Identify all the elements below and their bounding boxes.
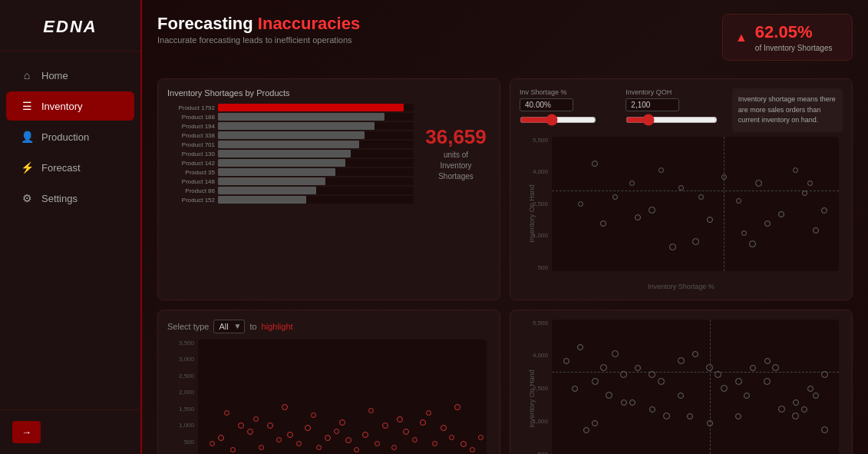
scatter-dot <box>678 393 684 399</box>
bar-container <box>218 150 414 157</box>
bar-fill <box>218 187 316 194</box>
scatter-dot <box>247 429 253 435</box>
scatter-dot <box>658 167 664 173</box>
type-select[interactable]: All <box>213 320 245 333</box>
dashed-h-line <box>552 191 839 191</box>
bar-fill <box>218 196 306 204</box>
small-scatter-container: 3,500 3,000 2,500 2,000 1,500 1,000 500 … <box>167 340 490 455</box>
scatter-dot <box>339 419 345 426</box>
scatter-dot <box>735 413 741 419</box>
bar-chart-row: Product 338 <box>167 131 414 139</box>
kpi-card: ▲ 62.05% of Inventory Shortages <box>722 14 853 61</box>
right-top-panel: Inv Shortage % Inventory QOH Inventory s… <box>510 78 853 300</box>
scatter-dot <box>583 427 589 433</box>
scatter-dot <box>397 416 403 423</box>
inventory-qoh-slider[interactable] <box>625 114 718 126</box>
br-scatter-plot: 0% 20% 40% 60% 80% 100% <box>552 320 839 455</box>
bar-label: Product 701 <box>167 141 215 148</box>
scatter-dot <box>354 447 359 452</box>
scatter-dot <box>296 441 302 446</box>
scatter-dot <box>449 435 454 440</box>
bottom-right-panel: Inventory On Hand 5,500 4,000 2,500 1,00… <box>510 310 853 455</box>
scatter-dot <box>282 404 288 410</box>
scatter-dot <box>334 429 339 434</box>
bar-fill <box>218 122 375 130</box>
bar-fill <box>218 141 359 148</box>
bar-chart-row: Product 701 <box>167 141 414 148</box>
scatter-dot <box>432 441 437 446</box>
scatter-dot <box>412 437 417 442</box>
inventory-qoh-input[interactable] <box>625 98 679 111</box>
bar-container <box>218 168 414 176</box>
inv-shortage-slider[interactable] <box>520 114 596 126</box>
scatter-dot <box>345 437 351 443</box>
bar-chart-row: Product 130 <box>167 150 414 157</box>
bar-label: Product 148 <box>167 178 215 185</box>
bar-label: Product 130 <box>167 151 215 157</box>
scatter-dot <box>735 378 742 385</box>
kpi-label: of Inventory Shortages <box>755 44 833 52</box>
bar-label: Product 142 <box>167 160 215 167</box>
inventory-qoh-slider-group: Inventory QOH <box>625 88 724 132</box>
scatter-dot <box>658 378 665 385</box>
scatter-dot <box>807 181 813 186</box>
scatter-dot <box>692 238 699 245</box>
scatter-dot <box>793 399 799 406</box>
scatter-dot <box>572 386 578 392</box>
bottom-left-panel: Select type All ▼ to highlight 3,500 3,0… <box>157 310 500 455</box>
sidebar-item-production[interactable]: 👤Production <box>6 122 134 151</box>
scatter-dot <box>224 410 229 416</box>
scatter-dot <box>663 413 670 419</box>
scatter-dot <box>325 435 331 441</box>
scatter-dot <box>755 180 762 187</box>
inv-shortage-input[interactable] <box>520 98 573 111</box>
bar-fill <box>218 104 404 111</box>
sidebar-label-production: Production <box>41 131 89 143</box>
logout-button[interactable]: → <box>12 421 41 443</box>
big-scatter-plot: 0% 20% 40% 60% 80% 100% <box>552 137 839 290</box>
bar-chart: Product 1792 Product 188 Product 194 Pro… <box>167 104 414 205</box>
bar-label: Product 338 <box>167 132 215 139</box>
sidebar-item-inventory[interactable]: ☰Inventory <box>6 91 134 121</box>
sidebar-item-settings[interactable]: ⚙Settings <box>6 184 134 213</box>
sidebar-nav: ⌂Home☰Inventory👤Production⚡Forecast⚙Sett… <box>0 51 140 409</box>
bar-container <box>218 187 414 194</box>
scatter-dot <box>259 445 264 450</box>
big-scatter-container: 5,500 4,000 2,500 1,000 500 <box>520 137 843 290</box>
scatter-dot <box>715 371 721 378</box>
sidebar-label-home: Home <box>41 70 68 81</box>
scatter-dot <box>649 371 655 378</box>
scatter-dot <box>375 441 380 446</box>
bar-chart-row: Product 1792 <box>167 104 414 111</box>
scatter-dot <box>470 447 475 452</box>
scatter-dot <box>793 167 798 173</box>
scatter-dot <box>454 404 460 410</box>
select-type-label: Select type <box>167 322 209 331</box>
x-axis-title-big: Inventory Shortage % <box>648 283 715 290</box>
sidebar-label-forecast: Forecast <box>41 162 81 174</box>
y-label-4000: 4,000 <box>533 168 548 175</box>
scatter-dot <box>606 392 612 399</box>
units-label: units ofInventoryShortages <box>438 150 474 182</box>
scatter-dot <box>778 406 785 413</box>
bar-fill <box>218 113 384 121</box>
to-label: to <box>249 322 256 331</box>
inventory-icon: ☰ <box>20 100 34 112</box>
scatter-dot <box>764 358 771 364</box>
scatter-dot <box>721 174 727 180</box>
y-label-5500: 5,500 <box>533 137 548 144</box>
sidebar-item-home[interactable]: ⌂Home <box>6 61 134 90</box>
scatter-dot <box>311 413 316 418</box>
scatter-dot <box>802 191 807 196</box>
bar-label: Product 86 <box>167 187 215 194</box>
scatter-dot <box>210 441 215 446</box>
select-controls: Select type All ▼ to highlight <box>167 320 490 333</box>
bar-label: Product 188 <box>167 114 215 121</box>
bar-label: Product 35 <box>167 169 215 176</box>
y-axis-title-big: Inventory On Hand <box>528 184 536 243</box>
sidebar-item-forecast[interactable]: ⚡Forecast <box>6 153 134 182</box>
scatter-dot <box>629 181 635 186</box>
scatter-dot <box>230 447 236 452</box>
scatter-dot <box>253 416 259 422</box>
bar-fill <box>218 177 325 185</box>
